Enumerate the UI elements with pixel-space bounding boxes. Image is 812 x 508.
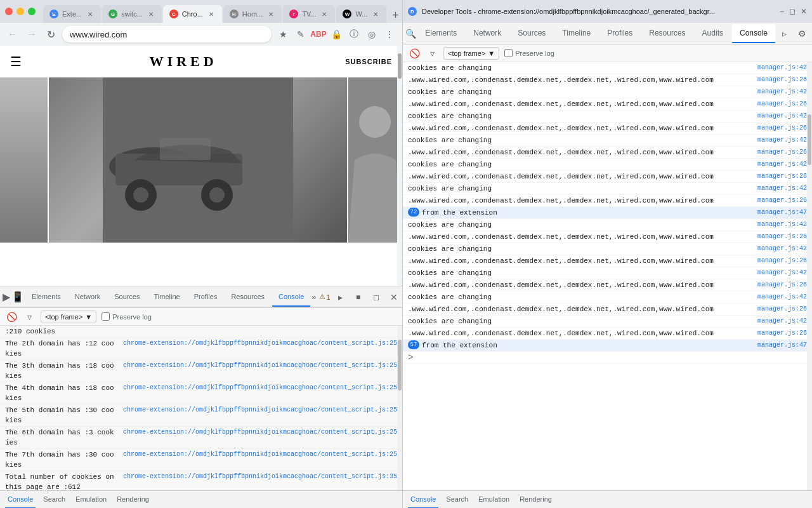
dt-src-6[interactable]: manager.js:26 [757,123,807,133]
console-source-6[interactable]: chrome-extension://omdjklfbppffbpnnikdjo… [123,427,397,438]
dt-src-10[interactable]: manager.js:26 [757,171,807,182]
tab-3-close[interactable]: ✕ [207,10,216,18]
dt-scroll-thumb[interactable] [808,114,811,165]
tab-elements[interactable]: Elements [25,288,67,307]
dt-src-1[interactable]: manager.js:42 [757,63,807,73]
dt-src-22[interactable]: manager.js:42 [757,316,807,326]
dt-src-13[interactable]: manager.js:47 [757,208,807,218]
dt-tab-timeline[interactable]: Timeline [554,24,598,43]
dt-bottom-tab-search[interactable]: Search [443,491,471,509]
dt-tab-resources[interactable]: Resources [641,24,693,43]
dt-frame-selector[interactable]: <top frame> ▼ [443,47,499,60]
dt-tab-network[interactable]: Network [466,24,509,43]
console-source-5[interactable]: chrome-extension://omdjklfbppffbpnnikdjo… [123,405,397,415]
frame-selector[interactable]: <top frame> ▼ [41,311,96,323]
minimize-button[interactable] [16,8,24,15]
dt-src-5[interactable]: manager.js:42 [757,111,807,121]
address-input[interactable] [62,26,272,43]
tab-sources[interactable]: Sources [108,288,146,307]
dt-bottom-tab-console[interactable]: Console [408,491,438,509]
tab-6[interactable]: W W... ✕ [336,5,386,23]
filter-icon[interactable]: ▿ [23,311,36,323]
dt-preserve-log-label[interactable]: Preserve log [504,49,554,57]
console-source-8[interactable]: chrome-extension://omdjklfbppffbpnnikdjo… [123,472,397,482]
dt-maximize-button[interactable]: ◻ [789,7,796,16]
bottom-tab-emulation[interactable]: Emulation [73,491,109,509]
extension-icon[interactable]: ◎ [364,27,379,42]
tab-1-close[interactable]: ✕ [86,10,95,18]
dock-side-icon[interactable]: ◻ [369,290,384,305]
dt-tab-sources[interactable]: Sources [510,24,553,43]
console-source-7[interactable]: chrome-extension://omdjklfbppffbpnnikdjo… [123,450,397,460]
dt-src-9[interactable]: manager.js:42 [757,159,807,170]
dt-src-23[interactable]: manager.js:26 [757,328,807,338]
info-icon[interactable]: ⓘ [346,27,362,42]
close-button[interactable] [5,8,13,15]
reader-mode-icon[interactable]: ✎ [293,27,308,42]
dt-src-16[interactable]: manager.js:42 [757,244,807,254]
preserve-log-checkbox[interactable] [102,312,110,321]
dt-src-20[interactable]: manager.js:42 [757,292,807,302]
webpage-scroll-thumb[interactable] [398,53,402,79]
console-source-3[interactable]: chrome-extension://omdjklfbppffbpnnikdjo… [123,361,397,371]
tab-console[interactable]: Console [272,288,310,307]
dt-src-15[interactable]: manager.js:26 [757,232,807,242]
dt-search-icon[interactable]: 🔍 [405,27,416,40]
dt-expand-icon[interactable]: ▹ [776,26,792,41]
lock-icon[interactable]: 🔒 [329,27,344,42]
bottom-tab-search[interactable]: Search [41,491,68,509]
dt-src-14[interactable]: manager.js:42 [757,220,807,230]
dock-bottom-icon[interactable]: ■ [351,290,366,305]
dt-scrollbar[interactable] [807,62,812,490]
tab-2[interactable]: G switc... ✕ [102,5,162,23]
tab-resources[interactable]: Resources [225,288,271,307]
console-source-2[interactable]: chrome-extension://omdjklfbppffbpnnikdjo… [123,338,397,349]
tab-5[interactable]: T TV... ✕ [283,5,335,23]
bottom-tab-rendering[interactable]: Rendering [114,491,152,509]
dt-console-input[interactable] [417,352,807,360]
dt-tab-audits[interactable]: Audits [695,24,731,43]
dt-close-button[interactable]: ✕ [801,7,807,16]
dt-src-3[interactable]: manager.js:42 [757,87,807,97]
dt-minimize-button[interactable]: − [780,7,784,16]
new-tab-button[interactable]: + [388,8,403,23]
dt-tab-profiles[interactable]: Profiles [599,24,640,43]
tab-2-close[interactable]: ✕ [147,10,155,18]
dt-tab-console[interactable]: Console [732,24,775,43]
dt-src-17[interactable]: manager.js:26 [757,256,807,266]
preserve-log-label[interactable]: Preserve log [102,312,152,321]
dt-src-4[interactable]: manager.js:26 [757,99,807,109]
tab-profiles[interactable]: Profiles [188,288,224,307]
run-snippet-icon[interactable]: ▸ [333,290,348,305]
wired-grid-icon[interactable]: ☰ [10,54,22,69]
clear-console-icon[interactable]: 🚫 [5,311,18,323]
maximize-button[interactable] [28,8,36,15]
tab-4-close[interactable]: ✕ [266,10,275,18]
tab-timeline[interactable]: Timeline [148,288,187,307]
bookmark-star-icon[interactable]: ★ [275,27,291,42]
dt-settings-icon[interactable]: ⚙ [794,26,809,41]
dt-src-7[interactable]: manager.js:42 [757,135,807,145]
tab-network[interactable]: Network [69,288,107,307]
dt-bottom-tab-emulation[interactable]: Emulation [476,491,512,509]
more-tabs-icon[interactable]: » [311,292,316,302]
tab-5-close[interactable]: ✕ [320,10,329,18]
dt-tab-elements[interactable]: Elements [417,24,464,43]
dt-src-11[interactable]: manager.js:42 [757,184,807,194]
reload-button[interactable]: ↻ [43,27,58,42]
back-button[interactable]: ← [5,27,20,42]
tab-1[interactable]: E Exte... ✕ [43,5,101,23]
dt-clear-console-icon[interactable]: 🚫 [408,47,421,60]
bottom-tab-console[interactable]: Console [5,491,36,509]
dt-src-21[interactable]: manager.js:26 [757,304,807,314]
close-devtools-icon[interactable]: ✕ [386,290,402,305]
dt-bottom-tab-rendering[interactable]: Rendering [517,491,554,509]
dt-src-12[interactable]: manager.js:26 [757,196,807,206]
forward-button[interactable]: → [24,27,39,42]
dt-src-18[interactable]: manager.js:42 [757,268,807,278]
webpage-scrollbar[interactable] [397,46,402,286]
devtools-inspect-icon[interactable]: ▶ [3,291,10,304]
dt-src-8[interactable]: manager.js:26 [757,147,807,157]
adblock-icon[interactable]: ABP [311,27,326,42]
dt-src-19[interactable]: manager.js:26 [757,280,807,290]
